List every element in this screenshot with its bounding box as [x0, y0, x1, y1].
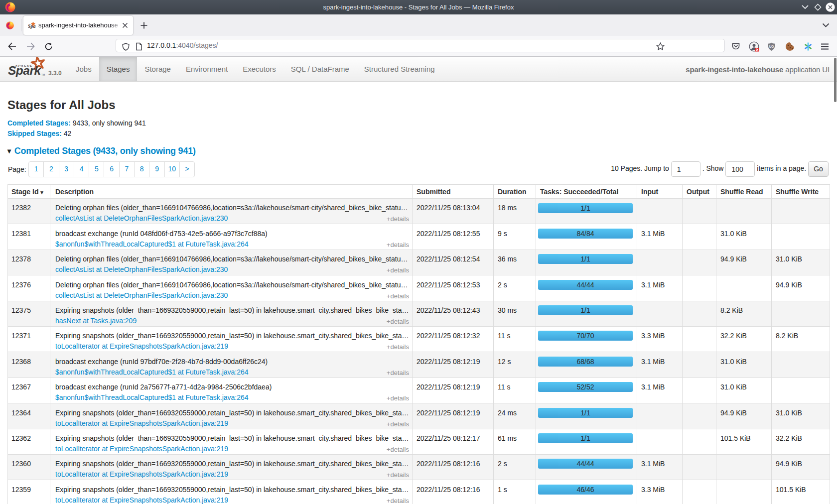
svg-text:TM: TM	[41, 73, 45, 76]
svg-text:APACHE: APACHE	[15, 64, 33, 67]
svg-text:UO: UO	[769, 45, 774, 48]
